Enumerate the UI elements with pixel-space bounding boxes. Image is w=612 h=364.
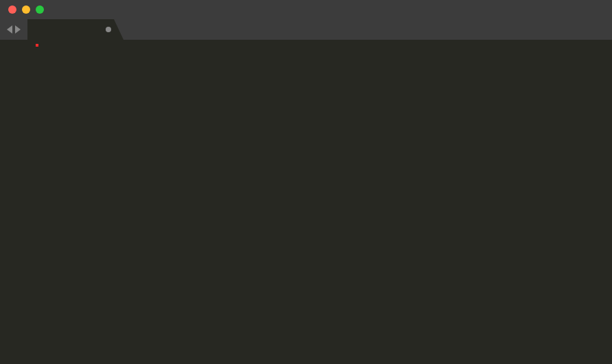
highlight-box xyxy=(36,44,38,47)
minimize-icon[interactable] xyxy=(22,5,30,14)
titlebar xyxy=(0,0,612,19)
tabbar xyxy=(0,19,612,40)
close-icon[interactable] xyxy=(8,5,16,14)
editor[interactable] xyxy=(0,40,612,364)
code-area[interactable] xyxy=(32,40,612,364)
nav-arrows xyxy=(0,19,27,40)
traffic-lights xyxy=(0,5,44,14)
nav-back-icon[interactable] xyxy=(7,25,12,34)
dirty-indicator-icon xyxy=(106,27,111,32)
line-number-gutter xyxy=(0,40,32,364)
maximize-icon[interactable] xyxy=(36,5,44,14)
nav-forward-icon[interactable] xyxy=(15,25,21,34)
tab-untitled[interactable] xyxy=(27,19,123,40)
